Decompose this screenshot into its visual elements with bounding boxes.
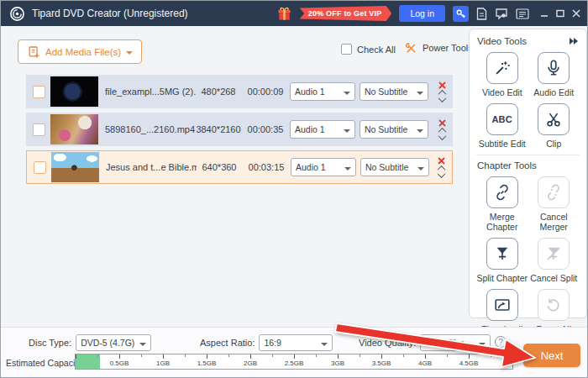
row-checkbox[interactable] [34, 161, 46, 174]
add-file-icon [27, 45, 40, 60]
feedback-icon[interactable] [495, 8, 508, 20]
audio-track-select[interactable]: Audio 1 [290, 120, 355, 139]
table-row[interactable]: 5898160_...2160.mp4 3840*2160 00:00:35 A… [26, 113, 453, 146]
tool-label: Merge Chapter [476, 212, 528, 232]
cancel-merger-button[interactable]: Cancel Merger [528, 176, 580, 232]
register-key-icon[interactable] [453, 6, 469, 22]
split-cancel-icon [544, 244, 563, 263]
table-row-selected[interactable]: Jesus and t...e Bible.mp4 640*360 00:03:… [26, 150, 453, 184]
chevron-down-icon [321, 343, 328, 349]
tool-label: Cancel Merger [528, 212, 580, 232]
check-all-checkbox[interactable] [341, 44, 352, 55]
tool-label: Clip [546, 139, 561, 149]
remove-file-icon[interactable] [438, 81, 446, 89]
promo-badge[interactable]: 20% OFF to Get VIP [300, 6, 392, 21]
file-resolution: 3840*2160 [196, 124, 241, 134]
reset-icon [544, 296, 563, 314]
file-list: file_exampl...5MG (2).mp4 480*268 00:00:… [26, 75, 453, 188]
tool-label: Video Edit [482, 87, 522, 97]
chain-link-icon [493, 183, 512, 202]
chevron-down-icon [344, 167, 351, 174]
menu-icon[interactable] [516, 8, 529, 19]
tool-label: Subtitle Edit [479, 139, 526, 149]
clip-button[interactable]: Clip [528, 103, 580, 149]
capacity-tick-label: 2.5GB [285, 360, 304, 367]
split-icon [493, 244, 512, 263]
thumbnail-icon [493, 296, 512, 314]
microphone-icon [544, 59, 563, 77]
merge-chapter-button[interactable]: Merge Chapter [476, 176, 528, 232]
row-checkbox[interactable] [33, 123, 45, 136]
check-all-label: Check All [357, 45, 396, 55]
close-button[interactable] [572, 9, 580, 18]
disc-type-select[interactable]: DVD-5 (4.7G) [76, 334, 151, 351]
remove-file-icon[interactable] [438, 119, 446, 127]
next-button[interactable]: Next [523, 344, 580, 367]
add-media-button[interactable]: Add Media File(s) [18, 39, 142, 64]
tools-panel: Video Tools Video Edit Audio Edit ABC Su… [469, 29, 587, 318]
abc-icon: ABC [491, 114, 512, 125]
audio-edit-button[interactable]: Audio Edit [528, 52, 580, 97]
file-name: file_exampl...5MG (2).mp4 [105, 87, 196, 97]
video-thumbnail [51, 152, 99, 182]
chevron-down-icon [139, 343, 146, 349]
check-all-control[interactable]: Check All [341, 44, 396, 55]
capacity-tick-label: 0.5GB [110, 360, 129, 367]
file-duration: 00:00:09 [241, 87, 290, 97]
tool-label: Cancel Split [530, 273, 577, 283]
subtitle-select[interactable]: No Subtitle [360, 82, 428, 101]
minimize-button[interactable] [540, 9, 549, 18]
help-icon[interactable] [495, 336, 507, 348]
aspect-ratio-select[interactable]: 16:9 [259, 334, 333, 351]
capacity-tick-label: 1GB [156, 360, 170, 367]
subtitle-select[interactable]: No Subtitle [360, 120, 428, 139]
table-row[interactable]: file_exampl...5MG (2).mp4 480*268 00:00:… [26, 75, 453, 108]
power-tools-button[interactable]: Power Tools [404, 41, 473, 55]
audio-track-select[interactable]: Audio 1 [290, 82, 355, 101]
video-thumbnail [50, 76, 98, 107]
video-quality-label: Video Quality: [359, 338, 416, 348]
capacity-tick-label: 3.5GB [372, 360, 391, 367]
video-thumbnail [50, 114, 98, 144]
chevron-down-icon [417, 167, 424, 174]
capacity-bar: 0.5GB 1GB 1.5GB 2GB 2.5GB 3GB 3.5GB 4GB … [75, 354, 513, 370]
subtitle-edit-button[interactable]: ABC Subtitle Edit [476, 103, 528, 149]
row-checkbox[interactable] [33, 86, 45, 98]
scissors-icon [544, 110, 563, 129]
bottom-bar: Disc Type: DVD-5 (4.7G) Aspect Ratio: 16… [1, 327, 587, 377]
login-button[interactable]: Log in [399, 5, 445, 22]
chapter-tools-title: Chapter Tools [477, 160, 537, 171]
capacity-tick-label: 3GB [331, 360, 344, 367]
audio-track-select[interactable]: Audio 1 [291, 158, 356, 176]
chevron-down-icon [479, 343, 486, 349]
file-name: 5898160_...2160.mp4 [105, 124, 196, 134]
broken-link-icon [544, 183, 563, 202]
tool-label: Audio Edit [533, 87, 574, 97]
remove-file-icon[interactable] [438, 157, 445, 165]
video-tools-title: Video Tools [477, 36, 527, 46]
video-edit-button[interactable]: Video Edit [476, 52, 528, 97]
capacity-tick-label: 2GB [244, 360, 257, 367]
add-media-label: Add Media File(s) [45, 47, 121, 57]
power-tools-label: Power Tools [423, 43, 473, 53]
power-tools-icon [404, 41, 417, 55]
split-chapter-button[interactable]: Split Chapter [476, 238, 528, 283]
file-resolution: 480*268 [196, 87, 241, 97]
file-duration: 00:03:15 [242, 162, 291, 172]
app-window: Tipard DVD Creator (Unregistered) 20% OF… [0, 0, 588, 378]
capacity-tick-label: 1.5GB [197, 360, 217, 367]
maximize-button[interactable] [556, 9, 564, 18]
chevron-down-icon [126, 51, 133, 58]
file-resolution: 640*360 [197, 162, 242, 172]
app-logo-icon [9, 6, 25, 22]
subtitle-select[interactable]: No Subtitle [360, 158, 429, 176]
cancel-split-button[interactable]: Cancel Split [528, 238, 580, 283]
video-quality-select[interactable]: Fit to Disc [420, 334, 491, 351]
collapse-panel-icon[interactable] [569, 38, 579, 45]
gift-icon[interactable] [276, 5, 292, 22]
window-title: Tipard DVD Creator (Unregistered) [32, 8, 188, 19]
capacity-tick-label: 4.5GB [459, 360, 479, 367]
magic-wand-icon [493, 59, 512, 77]
chevron-down-icon [417, 92, 423, 98]
document-icon[interactable] [476, 8, 487, 20]
